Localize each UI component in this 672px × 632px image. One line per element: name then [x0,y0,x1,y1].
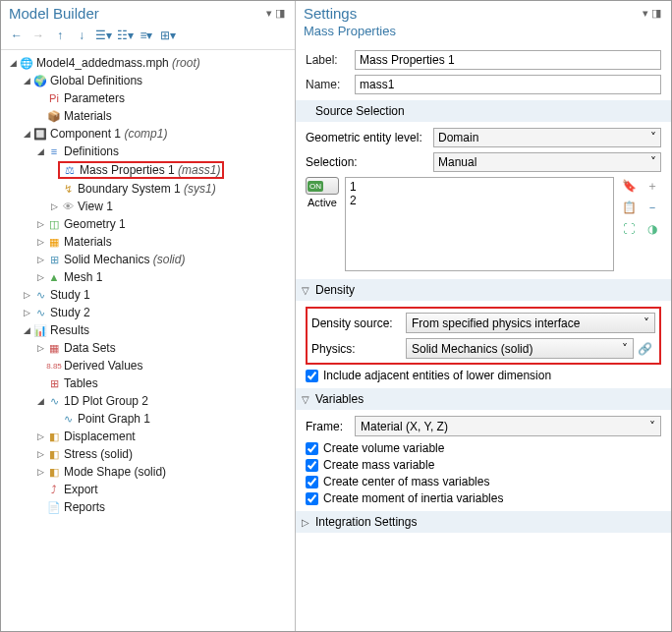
tree-plotgroup[interactable]: ◢∿1D Plot Group 2 [3,392,293,410]
displacement-icon: ◧ [46,429,62,444]
definitions-icon: ≡ [46,144,62,159]
panel-header: Model Builder ▾ ◨ [1,1,295,24]
include-adjacent-checkbox[interactable]: Include adjacent entities of lower dimen… [306,369,661,382]
datasets-icon: ▦ [46,340,62,356]
panel-title: Model Builder [9,5,264,22]
globe-icon: 🌍 [32,73,48,88]
selection-label: Selection: [306,155,433,169]
integration-header[interactable]: ▷Integration Settings [296,511,671,533]
list-button[interactable]: ≡▾ [137,26,156,45]
chevron-down-icon: ˅ [644,316,649,330]
label-input[interactable] [355,50,661,70]
model-tree[interactable]: ◢🌐Model4_addedmass.mph (root) ◢🌍Global D… [1,50,295,631]
back-button[interactable]: ← [7,26,27,45]
tree-displacement[interactable]: ▷◧Displacement [3,428,293,445]
tree-derived[interactable]: 8.85Derived Values [3,357,293,374]
chevron-down-icon: ˅ [649,420,655,433]
derived-icon: 8.85 [46,358,62,373]
physics-select[interactable]: Solid Mechanics (solid)˅ [406,338,634,359]
active-toggle[interactable]: ON [306,177,339,195]
expand-button[interactable]: ☷▾ [115,26,135,45]
model-icon: 🌐 [19,55,34,71]
reports-icon: 📄 [46,499,62,515]
tables-icon: ⊞ [46,375,62,391]
chevron-down-icon: ˅ [650,131,656,144]
source-selection-header[interactable]: Source Selection [296,100,671,122]
create-com-checkbox[interactable]: Create center of mass variables [306,475,661,488]
zoom-button[interactable]: ⛶ [620,220,638,238]
name-input[interactable] [355,75,661,94]
tree-export[interactable]: ⤴Export [3,481,293,498]
solid-icon: ⊞ [46,252,62,267]
tree-root[interactable]: ◢🌐Model4_addedmass.mph (root) [3,54,293,72]
density-header[interactable]: ▽Density [296,279,671,301]
tree-study1[interactable]: ▷∿Study 1 [3,286,293,304]
create-volume-checkbox[interactable]: Create volume variable [306,441,661,455]
copy-button[interactable]: 📋 [620,199,638,216]
tree-pointgraph[interactable]: ∿Point Graph 1 [3,410,293,428]
pin-icon[interactable]: ▾ ◨ [641,7,663,20]
density-source-select[interactable]: From specified physics interface˅ [406,313,655,333]
tree-view[interactable]: ▷👁View 1 [3,198,293,215]
tree-definitions[interactable]: ◢≡Definitions [3,143,293,160]
tree-stress[interactable]: ▷◧Stress (solid) [3,445,293,463]
tree-global-defs[interactable]: ◢🌍Global Definitions [3,72,293,89]
tree-results[interactable]: ◢📊Results [3,321,293,339]
study-icon: ∿ [32,305,48,320]
export-icon: ⤴ [46,482,62,497]
tree-tables[interactable]: ⊞Tables [3,374,293,392]
tree-materials2[interactable]: ▷▦Materials [3,233,293,251]
tree-datasets[interactable]: ▷▦Data Sets [3,339,293,357]
settings-subtitle: Mass Properties [296,24,671,44]
view-icon: 👁 [60,199,76,214]
pi-icon: Pi [46,90,62,106]
collapse-button[interactable]: ☰▾ [93,26,113,45]
mesh-icon: ▲ [46,269,62,285]
tree-study2[interactable]: ▷∿Study 2 [3,304,293,321]
settings-form: Label: Name: Source Selection Geometric … [296,44,671,631]
tree-mesh[interactable]: ▷▲Mesh 1 [3,268,293,286]
active-label: Active [308,197,337,208]
paste-button[interactable]: 🔖 [620,177,638,195]
toggle-button[interactable]: ◑ [644,220,661,238]
create-moi-checkbox[interactable]: Create moment of inertia variables [306,491,661,505]
tree-materials[interactable]: 📦Materials [3,107,293,125]
density-source-label: Density source: [311,316,406,330]
materials-icon: ▦ [46,234,62,250]
frame-label: Frame: [306,420,355,433]
selection-list[interactable]: 1 2 [345,177,614,271]
up-button[interactable]: ↑ [50,26,70,45]
add-button[interactable]: ＋ [644,177,661,195]
settings-title: Settings [304,5,641,22]
tree-component[interactable]: ◢🔲Component 1 (comp1) [3,125,293,143]
model-builder-panel: Model Builder ▾ ◨ ← → ↑ ↓ ☰▾ ☷▾ ≡▾ ⊞▾ ◢🌐… [1,1,296,631]
results-icon: 📊 [32,322,48,338]
more-button[interactable]: ⊞▾ [158,26,178,45]
name-label: Name: [306,78,355,91]
selection-select[interactable]: Manual˅ [433,152,661,172]
link-icon[interactable]: 🔗 [638,342,655,356]
tree-mass-properties[interactable]: ⚖Mass Properties 1 (mass1) [58,161,224,179]
remove-button[interactable]: － [644,199,661,216]
pin-icon[interactable]: ▾ ◨ [264,7,287,20]
stress-icon: ◧ [46,446,62,462]
down-button[interactable]: ↓ [72,26,91,45]
tree-boundary-system[interactable]: ↯Boundary System 1 (sys1) [3,180,293,198]
tree-modeshape[interactable]: ▷◧Mode Shape (solid) [3,463,293,481]
component-icon: 🔲 [32,126,48,142]
tree-reports[interactable]: 📄Reports [3,498,293,516]
tree-geometry[interactable]: ▷◫Geometry 1 [3,215,293,233]
study-icon: ∿ [32,287,48,303]
settings-panel: Settings ▾ ◨ Mass Properties Label: Name… [296,1,671,631]
chevron-down-icon: ˅ [650,155,656,169]
geom-level-label: Geometric entity level: [306,131,433,144]
variables-header[interactable]: ▽Variables [296,388,671,410]
tree-parameters[interactable]: PiParameters [3,89,293,107]
boundary-icon: ↯ [60,181,76,197]
tree-solid[interactable]: ▷⊞Solid Mechanics (solid) [3,251,293,268]
geom-level-select[interactable]: Domain˅ [433,128,661,147]
frame-select[interactable]: Material (X, Y, Z)˅ [355,416,661,436]
create-mass-checkbox[interactable]: Create mass variable [306,458,661,472]
modeshape-icon: ◧ [46,464,62,480]
chevron-down-icon: ˅ [622,342,628,356]
